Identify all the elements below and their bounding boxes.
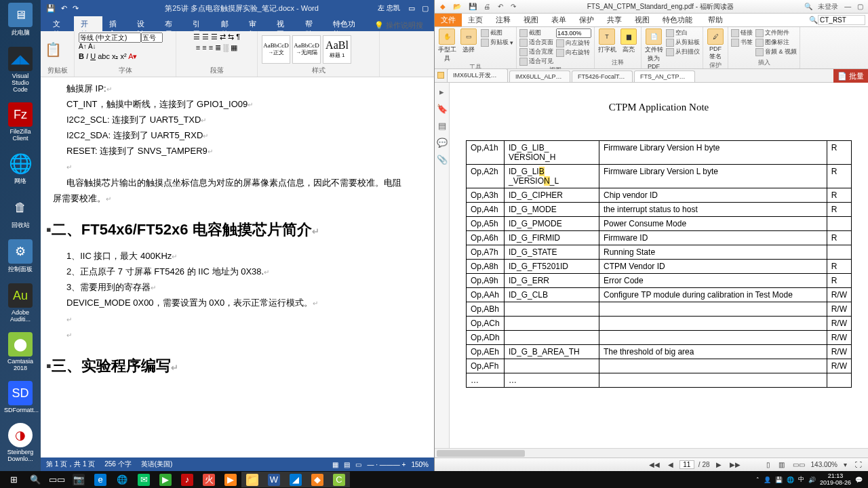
save-icon[interactable]: 💾 <box>469 3 477 10</box>
print-icon[interactable]: 🖨 <box>484 3 490 10</box>
open-icon[interactable]: 📂 <box>453 3 461 10</box>
highlight-button[interactable]: ▆高亮 <box>619 28 638 54</box>
tab-help[interactable]: 帮助 <box>298 16 326 31</box>
av-btn[interactable]: 音频 & 视频 <box>755 47 797 56</box>
doctab-1[interactable]: IMX6ULL开发指南.pdf <box>447 68 508 82</box>
tab-help[interactable]: 帮助 <box>702 14 730 26</box>
clipboard-button[interactable]: 剪贴板▾ <box>481 38 513 47</box>
comments-panel-icon[interactable]: 💬 <box>437 138 448 148</box>
tab-insert[interactable]: 插入 <box>102 16 130 31</box>
select-tool-button[interactable]: ▭选择 <box>459 28 478 54</box>
strike-button[interactable]: abc <box>98 52 110 60</box>
tb-netease[interactable]: ♪ <box>176 472 198 487</box>
page-indicator[interactable]: 第 1 页，共 1 页 <box>46 460 95 469</box>
style-heading1[interactable]: AaBl标题 1 <box>323 35 351 64</box>
search-glass-icon[interactable]: 🔍 <box>804 3 812 10</box>
word-count[interactable]: 256 个字 <box>104 460 131 469</box>
taskview-button[interactable]: ▭▭ <box>46 472 68 487</box>
zoom-slider[interactable]: — · ——— + <box>367 461 406 468</box>
prev-page-icon[interactable]: ◀ <box>666 461 675 468</box>
desktop-icon-vscode[interactable]: ◢◣Visual Studio Code <box>4 47 37 93</box>
rotate-left-btn[interactable]: 向左旋转 <box>556 39 591 47</box>
fromclip-btn[interactable]: 从剪贴板 <box>666 38 700 47</box>
tb-explorer[interactable]: 📁 <box>241 472 263 487</box>
tb-vscode[interactable]: ◢ <box>285 472 307 487</box>
tab-view2[interactable]: 视图 <box>629 14 656 26</box>
font-name-input[interactable] <box>79 33 141 43</box>
paste-button[interactable]: 📋 <box>45 41 62 58</box>
page-number-input[interactable] <box>679 460 694 469</box>
zoom-value[interactable]: 150% <box>411 461 429 468</box>
tb-edge[interactable]: e <box>90 472 111 487</box>
tab-mailings[interactable]: 邮件 <box>214 16 242 31</box>
tb-camtasia[interactable]: C <box>328 472 350 487</box>
word-min-icon[interactable]: ▭ <box>408 4 415 13</box>
min-icon[interactable]: — <box>844 3 851 10</box>
tb-foxit[interactable]: ◆ <box>307 472 328 487</box>
lang-indicator[interactable]: 英语(美国) <box>141 460 173 469</box>
desktop-icon-steinberg[interactable]: ◑Steinberg Downlo... <box>4 423 37 462</box>
fromscan-btn[interactable]: 从扫描仪 <box>666 47 700 56</box>
desktop-icon-recycle[interactable]: 🗑回收站 <box>4 195 37 230</box>
bookmark-btn[interactable]: 书签 <box>731 38 753 47</box>
tab-protect[interactable]: 保护 <box>573 14 601 26</box>
font-size-input[interactable] <box>141 33 163 43</box>
start-button[interactable]: ⊞ <box>3 472 24 487</box>
tb-player[interactable]: ▶ <box>155 472 176 487</box>
zoom-dropdown-icon[interactable]: ▾ <box>842 461 849 468</box>
italic-button[interactable]: I <box>86 52 88 60</box>
protect-button[interactable]: 🖊PDF签名 <box>706 28 725 61</box>
tb-word[interactable]: W <box>263 472 285 487</box>
desktop-icon-filezilla[interactable]: FzFileZilla Client <box>4 102 37 142</box>
tell-me-search[interactable]: 💡 操作说明搜索 <box>369 16 434 31</box>
tray-vol-icon[interactable]: 🔊 <box>808 476 816 483</box>
tab-review[interactable]: 审阅 <box>242 16 270 31</box>
fitvisible-btn[interactable]: 适合可见 <box>519 57 553 66</box>
font-color-icon[interactable]: A▾ <box>128 52 137 60</box>
first-page-icon[interactable]: ◀◀ <box>647 461 662 468</box>
tab-design[interactable]: 设计 <box>130 16 158 31</box>
word-document-body[interactable]: 触摸屏 IP:↵ CT_INT，触摸中断线，连接到了 GPIO1_IO09↵ I… <box>41 77 434 458</box>
style-normal[interactable]: AaBbCcD→正文 <box>262 35 290 64</box>
tab-addins[interactable]: 特色功能 <box>326 16 369 31</box>
tab-references[interactable]: 引用 <box>186 16 214 31</box>
bookmark-panel-icon[interactable]: 🔖 <box>437 104 448 114</box>
doctab-2[interactable]: IMX6ULL_ALPHA_... <box>509 70 570 82</box>
convert-button[interactable]: 📄文件转换为PDF <box>644 28 663 70</box>
fitpage-btn[interactable]: 适合页面 <box>519 38 553 47</box>
view-facing-icon[interactable]: ▭▭ <box>791 461 807 468</box>
typewriter-button[interactable]: T打字机 <box>597 28 616 54</box>
style-nospacing[interactable]: AaBbCcD→无间隔 <box>292 35 321 64</box>
tb-wechat[interactable]: ✉ <box>133 472 155 487</box>
view-read-icon[interactable]: ▤ <box>344 461 350 468</box>
tab-comment[interactable]: 注释 <box>490 14 517 26</box>
imgnote-btn[interactable]: 图像标注 <box>755 38 797 47</box>
zoom-readout[interactable]: 143.00% <box>811 461 837 468</box>
undo-icon[interactable]: ↶ <box>498 3 503 10</box>
word-max-icon[interactable]: ▢ <box>422 4 429 13</box>
tab-form[interactable]: 表单 <box>545 14 573 26</box>
redo-icon[interactable]: ↷ <box>73 4 79 13</box>
clock[interactable]: 21:132019-08-26 <box>820 473 851 487</box>
doctab-4[interactable]: FTS_AN_CTPM_Sta...× <box>634 70 695 82</box>
redo-icon[interactable]: ↷ <box>511 3 516 10</box>
tb-orange[interactable]: ▶ <box>220 472 241 487</box>
tab-share[interactable]: 共享 <box>601 14 629 26</box>
attach-panel-icon[interactable]: 📎 <box>437 155 448 165</box>
grow-font-icon[interactable]: A↑ <box>79 43 87 50</box>
underline-button[interactable]: U <box>90 52 96 60</box>
tray-up-icon[interactable]: ˄ <box>756 476 760 483</box>
pages-panel-icon[interactable]: ▤ <box>438 121 446 131</box>
fileatt-btn[interactable]: 文件附件 <box>755 28 797 37</box>
view-web-icon[interactable]: ▭ <box>355 461 361 468</box>
undo-icon[interactable]: ↶ <box>61 4 67 13</box>
tray-disk-icon[interactable]: 💾 <box>775 476 783 483</box>
tab-file[interactable]: 文件 <box>435 14 462 26</box>
search-button[interactable]: 🔍 <box>24 472 46 487</box>
max-icon[interactable]: ▢ <box>857 3 863 10</box>
save-icon[interactable]: 💾 <box>46 4 56 13</box>
zoom-combo[interactable] <box>556 28 591 38</box>
search-input[interactable] <box>818 15 865 25</box>
desktop-icon-thispc[interactable]: 🖥此电脑 <box>4 3 37 37</box>
h-scrollbar[interactable] <box>435 448 868 458</box>
